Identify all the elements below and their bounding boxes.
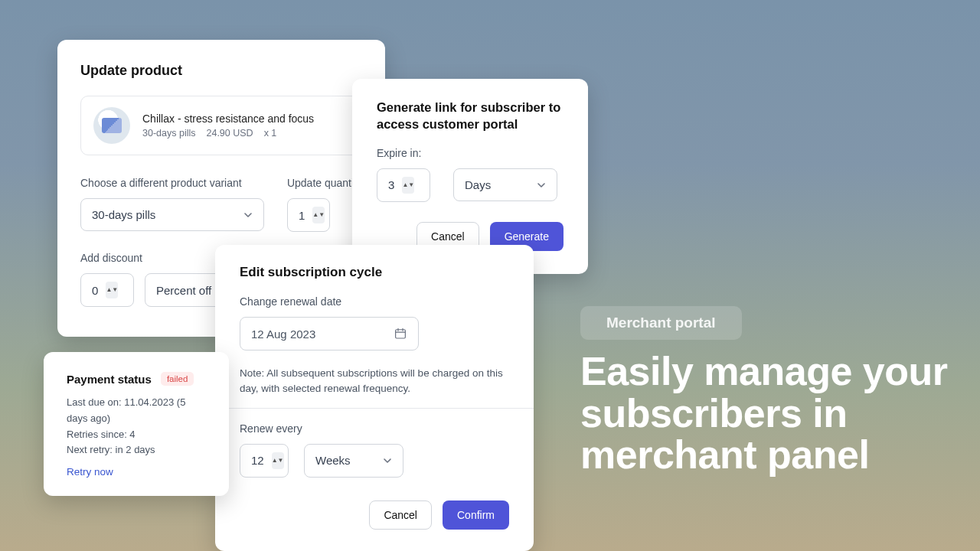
- chevron-down-icon: [537, 181, 546, 190]
- edit-cycle-dialog: Edit subscription cycle Change renewal d…: [215, 245, 534, 551]
- cancel-button[interactable]: Cancel: [369, 500, 432, 530]
- retries-line: Retries since: 4: [67, 427, 206, 443]
- renewal-date-input[interactable]: 12 Aug 2023: [240, 317, 419, 350]
- payment-status-title: Payment status: [67, 373, 152, 386]
- stepper-icon: ▲▼: [272, 452, 284, 469]
- product-variant-text: 30-days pills: [142, 128, 195, 139]
- product-summary-row: Chillax - stress resistance and focus 30…: [80, 96, 362, 155]
- discount-type-value: Percent off: [156, 284, 211, 297]
- renewal-date-value: 12 Aug 2023: [251, 328, 315, 341]
- status-badge: failed: [161, 372, 194, 386]
- marketing-headline: Easily manage your subscribers in mercha…: [580, 350, 948, 476]
- stepper-icon: ▲▼: [312, 207, 325, 223]
- merchant-portal-pill: Merchant portal: [580, 306, 742, 340]
- variant-select[interactable]: 30-days pills: [80, 198, 264, 231]
- generate-link-title: Generate link for subscriber to access c…: [377, 99, 564, 133]
- renewal-date-label: Change renewal date: [240, 295, 509, 308]
- quantity-value: 1: [299, 209, 305, 222]
- variant-select-label: Choose a different product variant: [80, 177, 264, 189]
- quantity-stepper[interactable]: 1 ▲▼: [287, 198, 330, 232]
- last-due-line: Last due on: 11.04.2023 (5 days ago): [67, 395, 206, 427]
- variant-select-value: 30-days pills: [92, 208, 155, 221]
- stepper-icon: ▲▼: [402, 177, 414, 194]
- stepper-icon: ▲▼: [106, 282, 118, 298]
- chevron-down-icon: [243, 210, 253, 220]
- next-retry-line: Next retry: in 2 days: [67, 442, 206, 458]
- product-price-text: 24.90 USD: [206, 128, 253, 139]
- edit-cycle-title: Edit subscription cycle: [240, 265, 509, 280]
- update-product-title: Update product: [80, 63, 362, 79]
- product-name: Chillax - stress resistance and focus: [142, 112, 314, 125]
- expire-value: 3: [388, 178, 394, 191]
- expire-value-stepper[interactable]: 3 ▲▼: [377, 168, 430, 202]
- discount-value: 0: [92, 284, 98, 297]
- payment-status-card: Payment status failed Last due on: 11.04…: [44, 352, 229, 496]
- product-qty-text: x 1: [264, 128, 277, 139]
- calendar-icon: [394, 327, 407, 341]
- renew-unit-select[interactable]: Weeks: [304, 444, 403, 478]
- confirm-button[interactable]: Confirm: [443, 500, 509, 530]
- chevron-down-icon: [383, 456, 392, 465]
- quantity-label: Update quantity: [287, 177, 362, 189]
- renew-unit-value: Weeks: [315, 454, 351, 467]
- divider: [215, 408, 534, 409]
- cycle-note: Note: All subsequent subscriptions will …: [240, 366, 509, 397]
- renew-value-stepper[interactable]: 12 ▲▼: [240, 444, 289, 478]
- expire-label: Expire in:: [377, 147, 564, 159]
- svg-rect-0: [396, 330, 406, 338]
- discount-value-stepper[interactable]: 0 ▲▼: [80, 273, 134, 307]
- renew-every-label: Renew every: [240, 422, 509, 435]
- expire-unit-select[interactable]: Days: [453, 168, 557, 201]
- retry-now-link[interactable]: Retry now: [67, 466, 206, 478]
- renew-value: 12: [251, 454, 264, 467]
- product-thumbnail: [93, 107, 130, 144]
- expire-unit-value: Days: [465, 178, 491, 191]
